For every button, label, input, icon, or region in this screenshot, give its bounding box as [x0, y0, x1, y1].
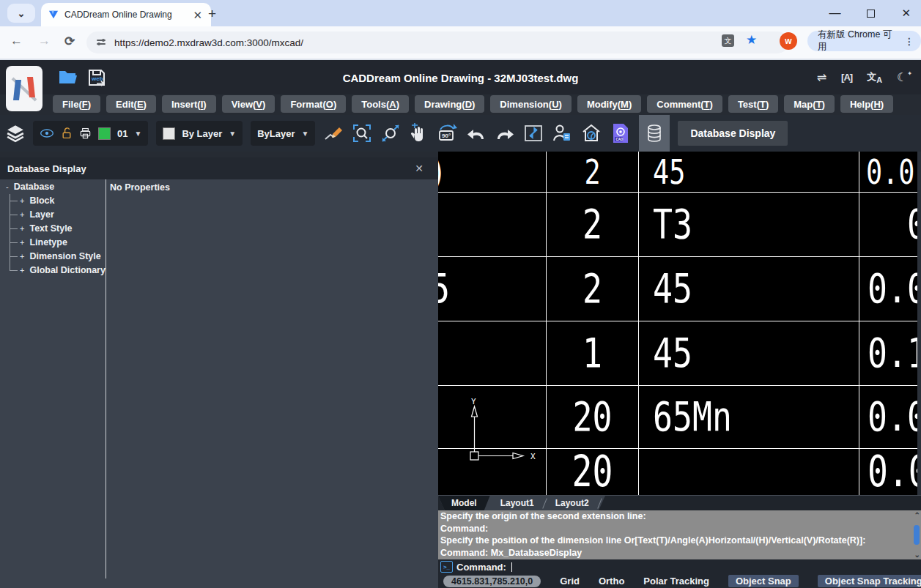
menu-format[interactable]: Format(O): [281, 95, 346, 113]
tree-root-database[interactable]: -Database: [6, 182, 54, 192]
favicon: [48, 10, 59, 20]
layers-icon[interactable]: [6, 124, 25, 143]
rotate-90-icon[interactable]: 90°: [436, 123, 458, 144]
user-list-icon[interactable]: [552, 123, 572, 144]
chevron-down-icon[interactable]: ▼: [134, 130, 141, 138]
browser-tab[interactable]: CADDream Online Drawing ✕: [41, 3, 211, 26]
window-maximize-button[interactable]: [867, 10, 875, 18]
window-minimize-button[interactable]: —: [829, 7, 840, 20]
chrome-update-button[interactable]: 有新版 Chrome 可用 ⋮: [807, 31, 921, 51]
translate-language-icon[interactable]: 文A: [867, 70, 882, 84]
layout-tab-model[interactable]: Model: [438, 496, 490, 510]
status-toggle-grid[interactable]: Grid: [560, 576, 580, 587]
expand-icon[interactable]: +: [20, 196, 24, 205]
expand-icon[interactable]: +: [20, 266, 24, 275]
site-settings-icon[interactable]: [97, 37, 107, 48]
chevron-down-icon[interactable]: ▼: [229, 130, 236, 138]
tree-item-layer[interactable]: +Layer: [20, 209, 54, 220]
sync-arrows-icon[interactable]: ⇌: [817, 70, 826, 84]
cad-file-icon[interactable]: CAD: [610, 122, 631, 144]
menu-test[interactable]: Test(T): [728, 95, 778, 113]
menu-view[interactable]: View(V): [222, 95, 275, 113]
forward-button[interactable]: →: [38, 34, 51, 48]
profile-avatar[interactable]: w: [780, 32, 797, 50]
window-close-button[interactable]: ✕: [901, 7, 911, 20]
command-input-row[interactable]: >_ Command:: [438, 559, 921, 574]
translate-icon[interactable]: 文: [722, 34, 734, 47]
scroll-down-icon[interactable]: ⌄: [914, 551, 920, 559]
eye-icon[interactable]: [40, 128, 54, 138]
cad-canvas[interactable]: 2450.0)2T302450.051450.12065Mn0.0200.0 Y…: [438, 152, 921, 495]
database-button[interactable]: [639, 115, 670, 152]
database-display-button[interactable]: Database Display: [678, 121, 788, 146]
panel-header[interactable]: Database Display ✕: [0, 157, 438, 179]
linetype-control[interactable]: ByLayer ▼: [251, 121, 315, 146]
expand-icon[interactable]: +: [20, 224, 24, 233]
menu-file[interactable]: File(F): [53, 95, 100, 113]
history-scrollbar[interactable]: ⌃ ⌄: [911, 510, 921, 559]
expand-icon[interactable]: +: [20, 252, 24, 261]
tree-item-dimension-style[interactable]: +Dimension Style: [20, 251, 101, 261]
history-line: Command: Mx_DatabaseDisplay: [438, 547, 921, 559]
panel-body: No Properties -Database+Block+Layer+Text…: [0, 179, 438, 588]
back-button[interactable]: ←: [10, 34, 23, 48]
coordinates-readout[interactable]: 4615.831,785.210,0: [443, 576, 541, 587]
menu-help[interactable]: Help(H): [840, 95, 893, 113]
dark-mode-icon[interactable]: ☾✦: [897, 70, 912, 84]
redo-icon[interactable]: [495, 124, 515, 142]
menu-modify[interactable]: Modify(M): [577, 95, 641, 113]
tree-item-block[interactable]: +Block: [20, 196, 54, 206]
address-bar[interactable]: https://demo2.mxdraw3d.com:3000/mxcad/: [86, 31, 788, 53]
tab-search-button[interactable]: ⌄: [7, 4, 35, 23]
cell-value: 0.0: [866, 152, 914, 192]
menu-tools[interactable]: Tools(A): [352, 95, 409, 113]
tree-item-text-style[interactable]: +Text Style: [20, 223, 73, 234]
browser-toolbar: ← → ⟳ https://demo2.mxdraw3d.com:3000/mx…: [0, 26, 921, 60]
status-toggle-polar-tracking[interactable]: Polar Tracking: [643, 576, 709, 587]
bookmark-star-icon[interactable]: ★: [746, 32, 757, 48]
scroll-up-icon[interactable]: ⌃: [914, 511, 920, 519]
expand-icon[interactable]: +: [20, 238, 24, 247]
menu-bar: File(F)Edit(E)Insert(I)View(V)Format(O)T…: [53, 95, 917, 113]
scrollbar-thumb[interactable]: [914, 525, 920, 545]
menu-dimension[interactable]: Dimension(U): [490, 95, 572, 113]
home-compass-icon[interactable]: [580, 123, 602, 144]
panel-close-icon[interactable]: ✕: [415, 163, 423, 174]
status-toggle-ortho[interactable]: Ortho: [599, 576, 624, 587]
layout-tab-layout2[interactable]: Layout2: [545, 496, 599, 510]
database-display-panel: Database Display ✕ No Properties -Databa…: [0, 152, 438, 588]
menu-comment[interactable]: Comment(T): [647, 95, 722, 113]
zoom-window-icon[interactable]: [352, 123, 372, 144]
layout-tab-layout1[interactable]: Layout1: [490, 496, 544, 510]
refresh-button[interactable]: ⟳: [64, 34, 75, 49]
status-toggle-object-snap-tracking[interactable]: Object Snap Tracking: [818, 575, 921, 587]
zoom-extents-icon[interactable]: [380, 123, 401, 144]
unlock-icon[interactable]: [61, 127, 73, 140]
layout-tab-bar: ModelLayout1Layout2: [438, 495, 921, 510]
header-icons: ⇌ [A] 文A ☾✦: [817, 70, 912, 84]
menu-insert[interactable]: Insert(I): [162, 95, 216, 113]
menu-edit[interactable]: Edit(E): [106, 95, 156, 113]
collapse-icon[interactable]: -: [6, 182, 9, 191]
fullscreen-icon[interactable]: [523, 124, 544, 143]
printer-icon[interactable]: [79, 127, 92, 140]
undo-icon[interactable]: [466, 124, 487, 142]
panel-divider[interactable]: [106, 179, 106, 578]
chevron-down-icon[interactable]: ▼: [302, 130, 309, 138]
ai-scan-icon[interactable]: [A]: [841, 72, 852, 83]
menu-dots-icon[interactable]: ⋮: [905, 36, 914, 47]
draw-line-icon[interactable]: [323, 124, 344, 142]
expand-icon[interactable]: +: [20, 210, 24, 219]
menu-drawing[interactable]: Drawing(D): [415, 95, 484, 113]
color-control[interactable]: By Layer ▼: [156, 121, 243, 146]
tree-item-global-dictionary[interactable]: +Global Dictionary: [20, 265, 106, 275]
status-toggle-object-snap[interactable]: Object Snap: [728, 575, 799, 587]
new-tab-button[interactable]: +: [208, 6, 216, 22]
tree-item-linetype[interactable]: +Linetype: [20, 237, 67, 248]
menu-map[interactable]: Map(T): [784, 95, 835, 113]
cell-material: 45: [653, 321, 692, 385]
pan-hand-icon[interactable]: [409, 123, 428, 144]
tab-close-icon[interactable]: ✕: [191, 10, 204, 21]
layer-control[interactable]: 01 ▼: [33, 121, 148, 146]
history-line: Command:: [438, 523, 921, 535]
